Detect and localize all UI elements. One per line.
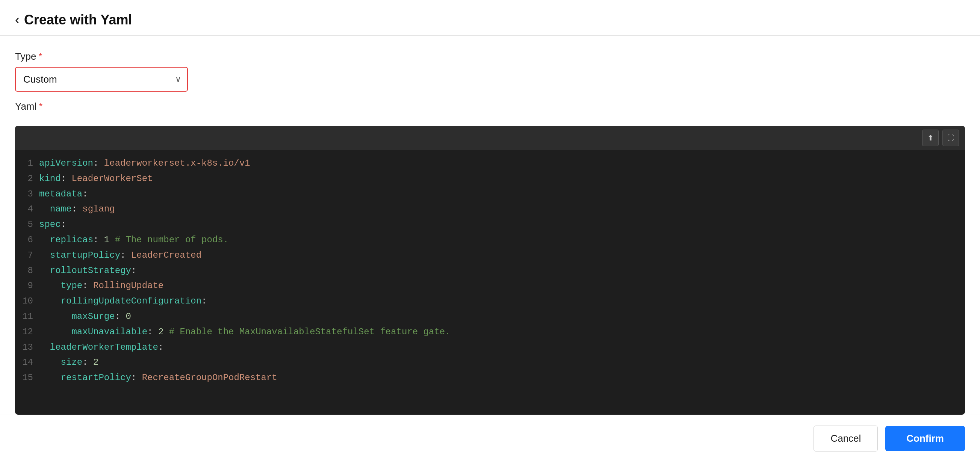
editor-body[interactable]: 1 2 3 4 5 6 7 8 9 10 11 12 13 14 15 apiV… (15, 150, 965, 415)
type-field-group: Type * Custom Standard Advanced ∨ (15, 51, 965, 92)
back-arrow-icon[interactable]: ‹ (15, 12, 19, 28)
type-label-text: Type (15, 51, 36, 62)
editor-toolbar: ⬆ ⛶ (15, 126, 965, 150)
yaml-label-text: Yaml (15, 101, 37, 112)
page-container: ‹ Create with Yaml Type * Custom Standar… (0, 0, 980, 462)
type-select[interactable]: Custom Standard Advanced (15, 67, 188, 92)
upload-icon: ⬆ (928, 133, 934, 142)
page-title-text: Create with Yaml (24, 12, 132, 28)
footer: Cancel Confirm (0, 415, 980, 462)
content-area: Type * Custom Standard Advanced ∨ Yaml * (0, 36, 980, 415)
type-select-wrapper: Custom Standard Advanced ∨ (15, 67, 188, 92)
yaml-required-indicator: * (39, 101, 43, 112)
yaml-label: Yaml * (15, 101, 965, 112)
code-content[interactable]: apiVersion: leaderworkerset.x-k8s.io/v1k… (39, 156, 965, 409)
cancel-button[interactable]: Cancel (813, 425, 878, 451)
upload-button[interactable]: ⬆ (922, 130, 939, 146)
page-title: ‹ Create with Yaml (15, 12, 965, 28)
line-numbers: 1 2 3 4 5 6 7 8 9 10 11 12 13 14 15 (15, 156, 39, 409)
expand-icon: ⛶ (947, 134, 954, 142)
expand-button[interactable]: ⛶ (942, 130, 959, 146)
type-label: Type * (15, 51, 965, 62)
confirm-button[interactable]: Confirm (885, 426, 965, 451)
page-header: ‹ Create with Yaml (0, 0, 980, 36)
yaml-editor[interactable]: ⬆ ⛶ 1 2 3 4 5 6 7 8 9 10 11 (15, 126, 965, 415)
yaml-field-group: Yaml * (15, 101, 965, 117)
type-required-indicator: * (38, 51, 42, 62)
